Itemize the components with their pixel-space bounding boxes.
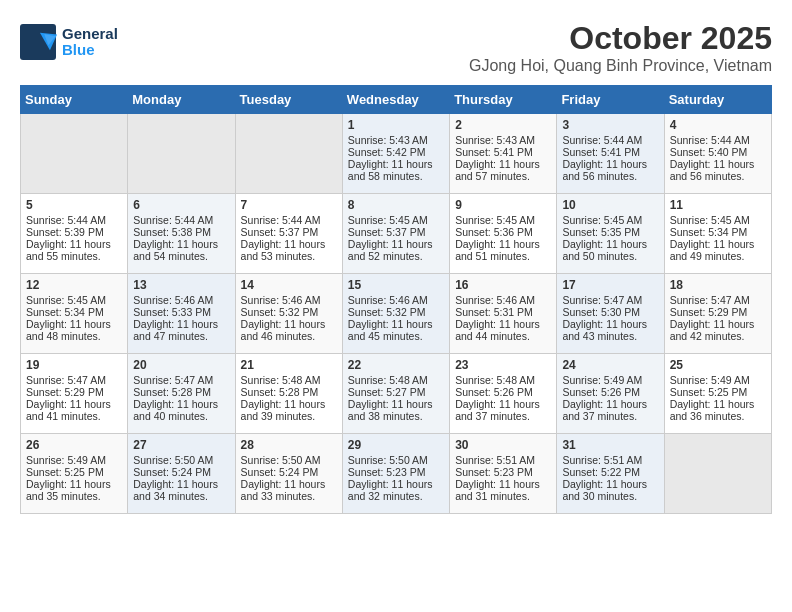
day-info-line: and 58 minutes. xyxy=(348,170,444,182)
col-monday: Monday xyxy=(128,86,235,114)
day-info-line: and 54 minutes. xyxy=(133,250,229,262)
day-info-line: Sunset: 5:26 PM xyxy=(455,386,551,398)
day-info-line: Daylight: 11 hours xyxy=(562,398,658,410)
day-cell: 8Sunrise: 5:45 AMSunset: 5:37 PMDaylight… xyxy=(342,194,449,274)
day-info-line: and 46 minutes. xyxy=(241,330,337,342)
day-info-line: Daylight: 11 hours xyxy=(455,318,551,330)
day-cell: 10Sunrise: 5:45 AMSunset: 5:35 PMDayligh… xyxy=(557,194,664,274)
day-cell: 25Sunrise: 5:49 AMSunset: 5:25 PMDayligh… xyxy=(664,354,771,434)
day-info-line: Sunset: 5:26 PM xyxy=(562,386,658,398)
week-row-4: 19Sunrise: 5:47 AMSunset: 5:29 PMDayligh… xyxy=(21,354,772,434)
day-info-line: Sunrise: 5:44 AM xyxy=(26,214,122,226)
day-info-line: Sunset: 5:33 PM xyxy=(133,306,229,318)
day-info-line: Daylight: 11 hours xyxy=(26,478,122,490)
day-info-line: Sunset: 5:36 PM xyxy=(455,226,551,238)
day-info-line: Sunset: 5:29 PM xyxy=(670,306,766,318)
day-info-line: Daylight: 11 hours xyxy=(455,238,551,250)
col-friday: Friday xyxy=(557,86,664,114)
day-info-line: Sunset: 5:24 PM xyxy=(133,466,229,478)
day-number: 17 xyxy=(562,278,658,292)
week-row-3: 12Sunrise: 5:45 AMSunset: 5:34 PMDayligh… xyxy=(21,274,772,354)
day-info-line: and 38 minutes. xyxy=(348,410,444,422)
day-info-line: Sunrise: 5:47 AM xyxy=(26,374,122,386)
day-info-line: Sunset: 5:37 PM xyxy=(241,226,337,238)
day-info-line: Sunrise: 5:49 AM xyxy=(26,454,122,466)
day-cell: 1Sunrise: 5:43 AMSunset: 5:42 PMDaylight… xyxy=(342,114,449,194)
day-cell: 2Sunrise: 5:43 AMSunset: 5:41 PMDaylight… xyxy=(450,114,557,194)
day-cell xyxy=(128,114,235,194)
day-info-line: and 39 minutes. xyxy=(241,410,337,422)
day-info-line: Daylight: 11 hours xyxy=(670,158,766,170)
day-info-line: Sunrise: 5:44 AM xyxy=(241,214,337,226)
day-info-line: Sunrise: 5:48 AM xyxy=(241,374,337,386)
day-info-line: Daylight: 11 hours xyxy=(455,478,551,490)
day-info-line: and 53 minutes. xyxy=(241,250,337,262)
day-info-line: Sunset: 5:42 PM xyxy=(348,146,444,158)
calendar-subtitle: GJong Hoi, Quang Binh Province, Vietnam xyxy=(20,57,772,75)
day-info-line: Sunrise: 5:44 AM xyxy=(133,214,229,226)
day-info-line: and 36 minutes. xyxy=(670,410,766,422)
day-cell: 5Sunrise: 5:44 AMSunset: 5:39 PMDaylight… xyxy=(21,194,128,274)
day-cell xyxy=(664,434,771,514)
day-number: 1 xyxy=(348,118,444,132)
day-number: 31 xyxy=(562,438,658,452)
day-info-line: Sunset: 5:34 PM xyxy=(26,306,122,318)
day-number: 15 xyxy=(348,278,444,292)
day-info-line: and 44 minutes. xyxy=(455,330,551,342)
day-info-line: Sunset: 5:27 PM xyxy=(348,386,444,398)
day-cell: 11Sunrise: 5:45 AMSunset: 5:34 PMDayligh… xyxy=(664,194,771,274)
day-info-line: Sunrise: 5:45 AM xyxy=(348,214,444,226)
day-cell: 27Sunrise: 5:50 AMSunset: 5:24 PMDayligh… xyxy=(128,434,235,514)
day-info-line: and 49 minutes. xyxy=(670,250,766,262)
col-thursday: Thursday xyxy=(450,86,557,114)
day-info-line: and 51 minutes. xyxy=(455,250,551,262)
day-info-line: Sunrise: 5:45 AM xyxy=(670,214,766,226)
day-info-line: Sunset: 5:31 PM xyxy=(455,306,551,318)
day-info-line: Sunset: 5:32 PM xyxy=(241,306,337,318)
day-info-line: Daylight: 11 hours xyxy=(670,238,766,250)
day-info-line: Daylight: 11 hours xyxy=(348,398,444,410)
day-info-line: Sunrise: 5:48 AM xyxy=(348,374,444,386)
day-number: 7 xyxy=(241,198,337,212)
day-info-line: Sunset: 5:35 PM xyxy=(562,226,658,238)
day-info-line: and 47 minutes. xyxy=(133,330,229,342)
day-info-line: Sunrise: 5:43 AM xyxy=(348,134,444,146)
day-info-line: Daylight: 11 hours xyxy=(241,478,337,490)
day-cell: 18Sunrise: 5:47 AMSunset: 5:29 PMDayligh… xyxy=(664,274,771,354)
day-info-line: Sunrise: 5:47 AM xyxy=(133,374,229,386)
day-cell: 15Sunrise: 5:46 AMSunset: 5:32 PMDayligh… xyxy=(342,274,449,354)
day-info-line: Daylight: 11 hours xyxy=(348,238,444,250)
day-info-line: Daylight: 11 hours xyxy=(133,398,229,410)
day-info-line: Daylight: 11 hours xyxy=(562,478,658,490)
day-info-line: Daylight: 11 hours xyxy=(348,158,444,170)
day-cell: 17Sunrise: 5:47 AMSunset: 5:30 PMDayligh… xyxy=(557,274,664,354)
day-info-line: Sunset: 5:24 PM xyxy=(241,466,337,478)
day-info-line: and 42 minutes. xyxy=(670,330,766,342)
day-info-line: Daylight: 11 hours xyxy=(241,398,337,410)
day-cell: 31Sunrise: 5:51 AMSunset: 5:22 PMDayligh… xyxy=(557,434,664,514)
day-info-line: Daylight: 11 hours xyxy=(133,478,229,490)
day-info-line: Sunrise: 5:46 AM xyxy=(241,294,337,306)
day-number: 26 xyxy=(26,438,122,452)
day-info-line: Sunrise: 5:44 AM xyxy=(562,134,658,146)
col-saturday: Saturday xyxy=(664,86,771,114)
day-cell: 12Sunrise: 5:45 AMSunset: 5:34 PMDayligh… xyxy=(21,274,128,354)
day-info-line: Sunrise: 5:50 AM xyxy=(348,454,444,466)
day-info-line: Sunset: 5:23 PM xyxy=(348,466,444,478)
day-info-line: Sunrise: 5:45 AM xyxy=(455,214,551,226)
day-info-line: Sunrise: 5:46 AM xyxy=(455,294,551,306)
day-info-line: Daylight: 11 hours xyxy=(26,398,122,410)
day-info-line: Sunrise: 5:43 AM xyxy=(455,134,551,146)
day-number: 4 xyxy=(670,118,766,132)
day-info-line: Sunrise: 5:46 AM xyxy=(348,294,444,306)
day-cell: 29Sunrise: 5:50 AMSunset: 5:23 PMDayligh… xyxy=(342,434,449,514)
day-info-line: Sunrise: 5:50 AM xyxy=(133,454,229,466)
day-info-line: and 34 minutes. xyxy=(133,490,229,502)
day-number: 18 xyxy=(670,278,766,292)
day-number: 23 xyxy=(455,358,551,372)
day-info-line: and 55 minutes. xyxy=(26,250,122,262)
day-number: 24 xyxy=(562,358,658,372)
logo-general: General xyxy=(62,26,118,43)
day-info-line: Sunset: 5:34 PM xyxy=(670,226,766,238)
day-number: 20 xyxy=(133,358,229,372)
